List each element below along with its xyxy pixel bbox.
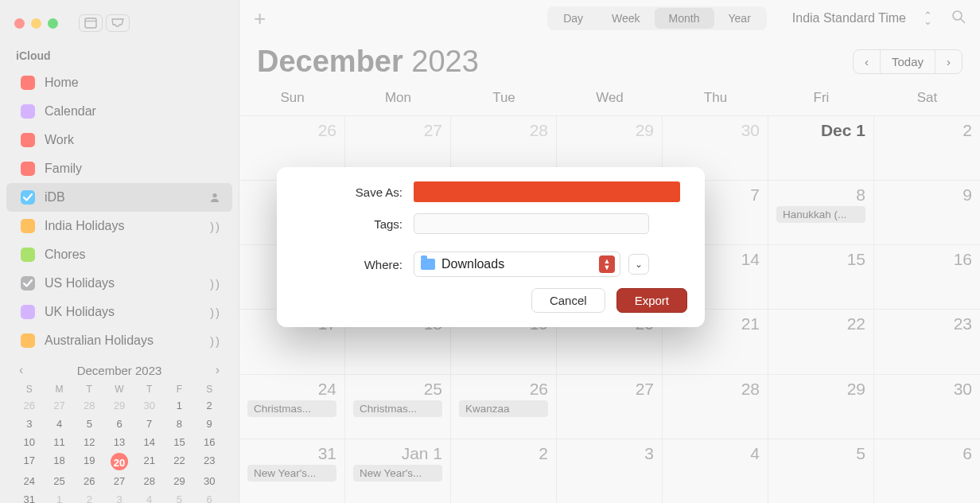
where-value: Downloads	[441, 257, 504, 271]
tags-label: Tags:	[294, 217, 414, 231]
save-as-label: Save As:	[294, 185, 414, 199]
where-label: Where:	[294, 258, 414, 271]
folder-icon	[421, 259, 435, 270]
tags-input[interactable]	[414, 213, 649, 234]
where-folder-picker[interactable]: Downloads ▲▼	[414, 252, 620, 277]
cancel-button[interactable]: Cancel	[531, 288, 605, 313]
stepper-icon: ▲▼	[599, 255, 615, 273]
export-button[interactable]: Export	[616, 288, 687, 313]
save-as-input[interactable]	[414, 181, 680, 202]
expand-save-panel-button[interactable]: ⌄	[628, 254, 649, 275]
export-dialog: Save As: Tags: Where: Downloads ▲▼ ⌄ Can…	[277, 167, 705, 327]
